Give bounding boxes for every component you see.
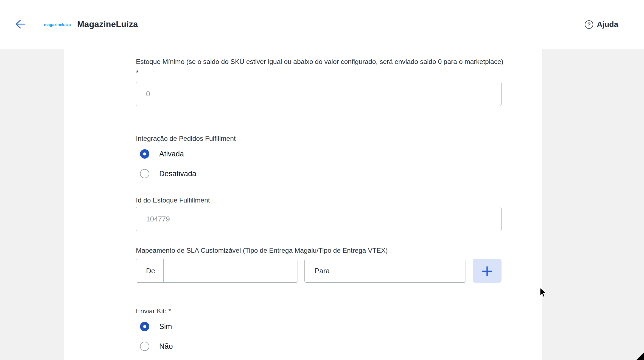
radio-ativada-label: Ativada [159, 150, 184, 158]
radio-nao-icon[interactable] [140, 342, 149, 351]
add-sla-mapping-button[interactable]: + [473, 259, 502, 283]
id-estoque-input[interactable] [136, 207, 502, 231]
radio-option-desativada[interactable]: Desativada [140, 168, 196, 179]
sla-de-input[interactable] [164, 259, 298, 282]
radio-desativada-label: Desativada [159, 170, 196, 178]
radio-sim-icon[interactable] [140, 322, 149, 331]
radio-ativada-icon[interactable] [140, 149, 149, 159]
estoque-minimo-input[interactable] [136, 82, 502, 106]
estoque-minimo-label: Estoque Mínimo (se o saldo do SKU estive… [136, 56, 504, 78]
question-mark-icon: ? [585, 20, 593, 29]
top-bar: magazineluiza MagazineLuiza ? Ajuda [0, 0, 644, 49]
sla-de-prefix-label: De [136, 259, 164, 282]
help-label: Ajuda [597, 20, 618, 29]
integracao-pedidos-label: Integração de Pedidos Fulfillment [136, 133, 504, 144]
sla-para-prefix-label: Para [305, 259, 338, 282]
page-title: MagazineLuiza [77, 19, 138, 29]
radio-option-sim[interactable]: Sim [140, 321, 172, 332]
back-button[interactable] [13, 17, 27, 32]
radio-sim-label: Sim [159, 322, 172, 331]
radio-option-nao[interactable]: Não [140, 341, 173, 352]
magazineluiza-logo: magazineluiza [44, 22, 71, 27]
sla-mapping-label: Mapeamento de SLA Customizável (Tipo de … [136, 245, 504, 256]
sla-de-field: De [136, 259, 298, 283]
radio-desativada-icon[interactable] [140, 169, 149, 178]
content-card: Estoque Mínimo (se o saldo do SKU estive… [64, 49, 542, 360]
radio-option-ativada[interactable]: Ativada [140, 148, 184, 159]
back-arrow-icon [13, 17, 27, 31]
sla-para-field: Para [304, 259, 466, 283]
radio-nao-label: Não [159, 342, 173, 351]
plus-icon: + [481, 263, 494, 279]
id-estoque-label: Id do Estoque Fulfillment [136, 195, 504, 206]
sla-mapping-row: De Para + [136, 259, 502, 283]
mouse-cursor [539, 288, 547, 297]
enviar-kit-label: Enviar Kit: * [136, 306, 504, 317]
sla-para-input[interactable] [338, 259, 466, 282]
corner-cursor-artifact [636, 352, 644, 360]
help-button[interactable]: ? Ajuda [585, 20, 618, 29]
